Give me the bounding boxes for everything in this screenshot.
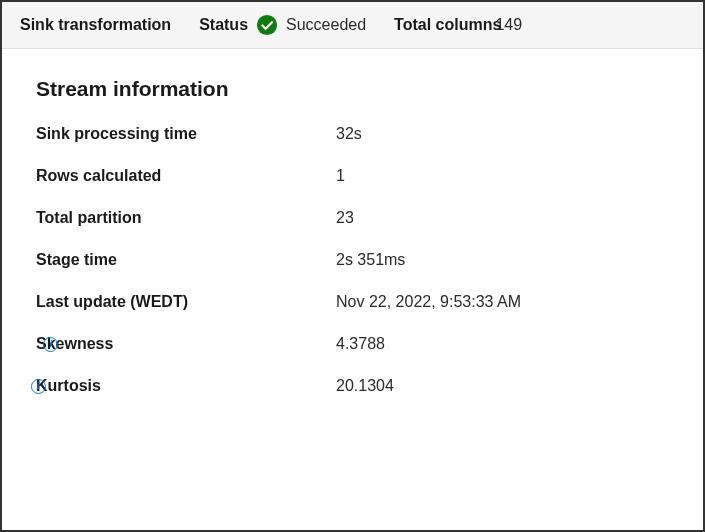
- table-row: Rows calculated 1: [36, 167, 669, 185]
- info-value: 2s 351ms: [336, 251, 405, 269]
- transformation-label: Sink transformation: [20, 16, 171, 34]
- info-value: 4.3788: [336, 335, 385, 353]
- total-columns-label: Total columns: [394, 16, 501, 34]
- info-circle-icon[interactable]: i: [31, 379, 46, 394]
- info-label: Total partition: [36, 209, 141, 227]
- info-label: Rows calculated: [36, 167, 161, 185]
- status-group: Status Succeeded: [199, 14, 366, 36]
- info-value: 32s: [336, 125, 362, 143]
- table-row: Sink processing time 32s: [36, 125, 669, 143]
- info-circle-icon[interactable]: i: [43, 337, 58, 352]
- table-row: Kurtosis i 20.1304: [36, 377, 669, 395]
- success-check-icon: [256, 14, 278, 36]
- stream-info-table: Sink processing time 32s Rows calculated…: [36, 125, 669, 395]
- info-label: Sink processing time: [36, 125, 197, 143]
- table-row: Total partition 23: [36, 209, 669, 227]
- svg-point-0: [257, 15, 277, 35]
- info-value: Nov 22, 2022, 9:53:33 AM: [336, 293, 521, 311]
- header-bar: Sink transformation Status Succeeded Tot…: [2, 2, 703, 49]
- total-columns-group: Total columns 149: [394, 16, 522, 34]
- info-value: 23: [336, 209, 354, 227]
- total-columns-value: 149: [495, 16, 522, 34]
- status-value: Succeeded: [286, 16, 366, 34]
- info-value: 20.1304: [336, 377, 394, 395]
- table-row: Skewness i 4.3788: [36, 335, 669, 353]
- table-row: Last update (WEDT) Nov 22, 2022, 9:53:33…: [36, 293, 669, 311]
- section-title: Stream information: [36, 77, 669, 101]
- info-value: 1: [336, 167, 345, 185]
- info-label: Last update (WEDT): [36, 293, 188, 311]
- status-label: Status: [199, 16, 248, 34]
- table-row: Stage time 2s 351ms: [36, 251, 669, 269]
- info-label: Stage time: [36, 251, 117, 269]
- content-area: Stream information Sink processing time …: [2, 49, 703, 415]
